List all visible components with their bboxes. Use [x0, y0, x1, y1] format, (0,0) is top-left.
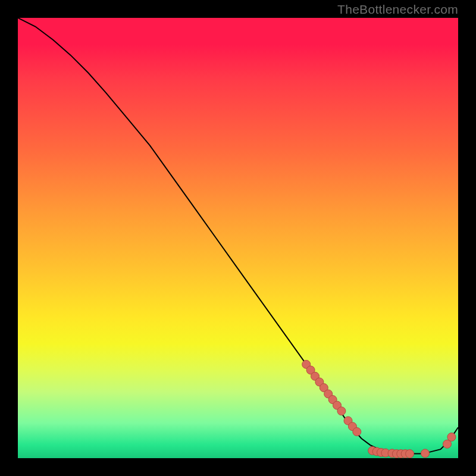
bottleneck-curve-line — [18, 18, 458, 454]
plot-area — [18, 18, 458, 458]
curve-marker — [337, 407, 346, 415]
curve-marker — [421, 449, 430, 458]
chart-stage: TheBottlenecker.com — [0, 0, 476, 476]
curve-markers — [302, 360, 456, 458]
curve-marker — [353, 428, 361, 436]
curve-marker — [447, 433, 456, 441]
watermark-text: TheBottlenecker.com — [337, 2, 458, 17]
chart-svg — [18, 18, 458, 458]
curve-marker — [406, 450, 414, 458]
